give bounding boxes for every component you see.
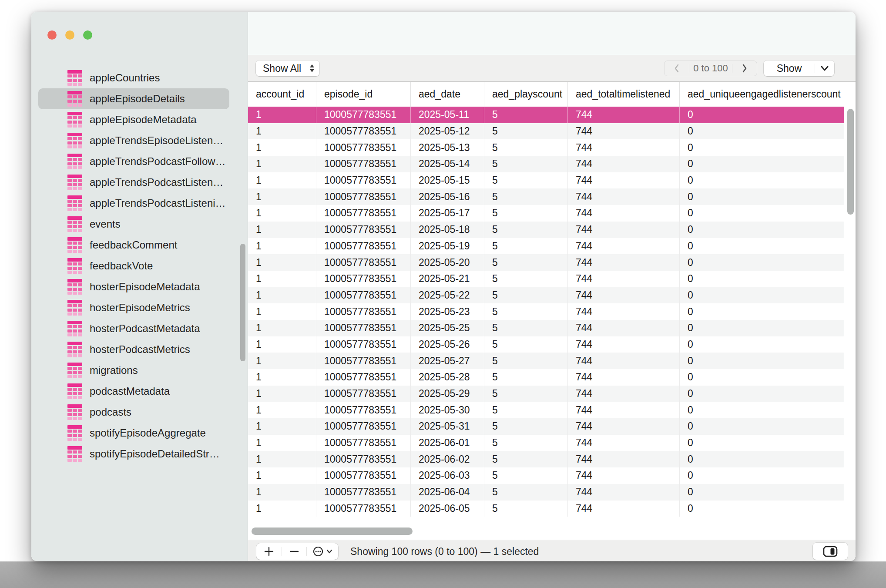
cell-aed_date: 2025-05-26 xyxy=(411,336,484,353)
table-row[interactable]: 110005777835512025-05-2057440 xyxy=(248,254,844,271)
cell-account_id: 1 xyxy=(248,238,316,255)
add-row-button[interactable] xyxy=(256,543,282,560)
table-vertical-scrollbar-thumb[interactable] xyxy=(847,109,854,215)
table-row[interactable]: 110005777835512025-05-1557440 xyxy=(248,172,844,189)
show-dropdown-button[interactable]: Show xyxy=(764,60,834,76)
status-bar xyxy=(248,540,856,561)
table-row[interactable]: 110005777835512025-05-2157440 xyxy=(248,271,844,287)
column-header-aed_totaltimelistened[interactable]: aed_totaltimelistened xyxy=(568,82,680,107)
sidebar-item-podcasts[interactable]: podcasts xyxy=(38,402,229,423)
table-row[interactable]: 110005777835512025-05-3157440 xyxy=(248,418,844,435)
table-row[interactable]: 110005777835512025-05-2557440 xyxy=(248,320,844,336)
cell-aed_totaltimelistened: 744 xyxy=(568,172,680,189)
cell-aed_date: 2025-05-21 xyxy=(411,271,484,287)
table-row[interactable]: 110005777835512025-05-1957440 xyxy=(248,238,844,255)
table-row[interactable]: 110005777835512025-06-0557440 xyxy=(248,501,844,517)
column-header-aed_date[interactable]: aed_date xyxy=(411,82,484,107)
sidebar-item-feedbackVote[interactable]: feedbackVote xyxy=(38,255,229,276)
previous-page-button[interactable] xyxy=(664,61,689,76)
table-icon xyxy=(67,279,82,295)
table-row[interactable]: 110005777835512025-05-1757440 xyxy=(248,205,844,222)
sidebar-item-hosterEpisodeMetadata[interactable]: hosterEpisodeMetadata xyxy=(38,276,229,297)
sidebar-item-appleTrendsPodcastFollow[interactable]: appleTrendsPodcastFollow… xyxy=(38,151,229,172)
sidebar-item-appleCountries[interactable]: appleCountries xyxy=(38,67,229,88)
sidebar-item-appleTrendsPodcastListen[interactable]: appleTrendsPodcastListen… xyxy=(38,172,229,193)
table-row[interactable]: 110005777835512025-06-0457440 xyxy=(248,484,844,501)
filter-popup-button[interactable]: Show All xyxy=(256,60,319,76)
table-row[interactable]: 110005777835512025-05-1257440 xyxy=(248,123,844,140)
table-icon xyxy=(67,216,82,232)
column-header-episode_id[interactable]: episode_id xyxy=(316,82,411,107)
column-header-aed_uniqueengagedlistenerscount[interactable]: aed_uniqueengagedlistenerscount xyxy=(680,82,844,107)
cell-episode_id: 1000577783551 xyxy=(316,353,411,369)
sidebar-item-appleTrendsEpisodeListen[interactable]: appleTrendsEpisodeListen… xyxy=(38,130,229,151)
cell-account_id: 1 xyxy=(248,402,316,418)
cell-episode_id: 1000577783551 xyxy=(316,467,411,484)
cell-aed_playscount: 5 xyxy=(484,402,568,418)
table-row[interactable]: 110005777835512025-05-1357440 xyxy=(248,139,844,156)
sidebar-item-appleEpisodeDetails[interactable]: appleEpisodeDetails xyxy=(38,88,229,109)
table-row[interactable]: 110005777835512025-05-2957440 xyxy=(248,386,844,402)
cell-aed_uniqueengagedlistenerscount: 0 xyxy=(680,123,844,140)
cell-account_id: 1 xyxy=(248,172,316,189)
table-row[interactable]: 110005777835512025-05-1857440 xyxy=(248,222,844,238)
sidebar-item-spotifyEpisodeAggregate[interactable]: spotifyEpisodeAggregate xyxy=(38,423,229,444)
zoom-button[interactable] xyxy=(83,30,92,40)
toggle-right-panel-button[interactable] xyxy=(813,543,848,560)
table-row[interactable]: 110005777835512025-06-0157440 xyxy=(248,435,844,451)
cell-aed_date: 2025-05-27 xyxy=(411,353,484,369)
sidebar-item-hosterPodcastMetadata[interactable]: hosterPodcastMetadata xyxy=(38,318,229,339)
sidebar-item-podcastMetadata[interactable]: podcastMetadata xyxy=(38,381,229,402)
next-page-button[interactable] xyxy=(732,61,757,76)
table-row[interactable]: 110005777835512025-05-2857440 xyxy=(248,369,844,386)
status-text: Showing 100 rows (0 to 100) — 1 selected xyxy=(350,543,539,560)
close-button[interactable] xyxy=(47,30,57,40)
row-actions-control xyxy=(256,543,338,560)
cell-aed_date: 2025-06-01 xyxy=(411,435,484,451)
sidebar-item-appleEpisodeMetadata[interactable]: appleEpisodeMetadata xyxy=(38,109,229,130)
table-row[interactable]: 110005777835512025-05-2657440 xyxy=(248,336,844,353)
cell-account_id: 1 xyxy=(248,435,316,451)
sidebar-item-label: spotifyEpisodeAggregate xyxy=(90,427,206,439)
sidebar-item-appleTrendsPodcastListeni[interactable]: appleTrendsPodcastListeni… xyxy=(38,193,229,214)
cell-account_id: 1 xyxy=(248,123,316,140)
table-row[interactable]: 110005777835512025-06-0257440 xyxy=(248,451,844,467)
cell-aed_uniqueengagedlistenerscount: 0 xyxy=(680,418,844,435)
sidebar-table-list: appleCountriesappleEpisodeDetailsappleEp… xyxy=(38,67,229,464)
sidebar-scrollbar-thumb[interactable] xyxy=(240,244,245,361)
cell-account_id: 1 xyxy=(248,139,316,156)
table-row[interactable]: 110005777835512025-05-3057440 xyxy=(248,402,844,418)
sidebar-item-hosterEpisodeMetrics[interactable]: hosterEpisodeMetrics xyxy=(38,297,229,318)
column-header-account_id[interactable]: account_id xyxy=(248,82,316,107)
table-icon xyxy=(67,300,82,316)
cell-aed_playscount: 5 xyxy=(484,254,568,271)
table-row[interactable]: 110005777835512025-05-2257440 xyxy=(248,287,844,304)
cell-aed_totaltimelistened: 744 xyxy=(568,188,680,205)
sidebar-item-events[interactable]: events xyxy=(38,214,229,235)
app-window: appleCountriesappleEpisodeDetailsappleEp… xyxy=(31,12,856,561)
chevron-down-icon xyxy=(326,549,333,554)
table-icon xyxy=(67,112,82,128)
more-actions-button[interactable] xyxy=(307,543,338,560)
sidebar-item-spotifyEpisodeDetailedStr[interactable]: spotifyEpisodeDetailedStr… xyxy=(38,444,229,464)
sidebar-item-migrations[interactable]: migrations xyxy=(38,360,229,381)
sidebar-item-feedbackComment[interactable]: feedbackComment xyxy=(38,235,229,255)
cell-aed_totaltimelistened: 744 xyxy=(568,484,680,501)
table-row[interactable]: 110005777835512025-06-0357440 xyxy=(248,467,844,484)
sidebar-item-label: feedbackComment xyxy=(90,239,177,251)
column-header-aed_playscount[interactable]: aed_playscount xyxy=(484,82,568,107)
table-row[interactable]: 110005777835512025-05-2757440 xyxy=(248,353,844,369)
table-row[interactable]: 110005777835512025-05-1657440 xyxy=(248,188,844,205)
table-row[interactable]: 110005777835512025-05-1157440 xyxy=(248,107,844,123)
table-horizontal-scrollbar-thumb[interactable] xyxy=(252,528,413,535)
cell-episode_id: 1000577783551 xyxy=(316,271,411,287)
table-row[interactable]: 110005777835512025-05-1457440 xyxy=(248,156,844,172)
cell-aed_playscount: 5 xyxy=(484,386,568,402)
delete-row-button[interactable] xyxy=(282,543,306,560)
cell-aed_uniqueengagedlistenerscount: 0 xyxy=(680,336,844,353)
minimize-button[interactable] xyxy=(65,30,74,40)
cell-aed_uniqueengagedlistenerscount: 0 xyxy=(680,484,844,501)
sidebar-item-hosterPodcastMetrics[interactable]: hosterPodcastMetrics xyxy=(38,339,229,360)
cell-account_id: 1 xyxy=(248,107,316,123)
table-row[interactable]: 110005777835512025-05-2357440 xyxy=(248,303,844,320)
